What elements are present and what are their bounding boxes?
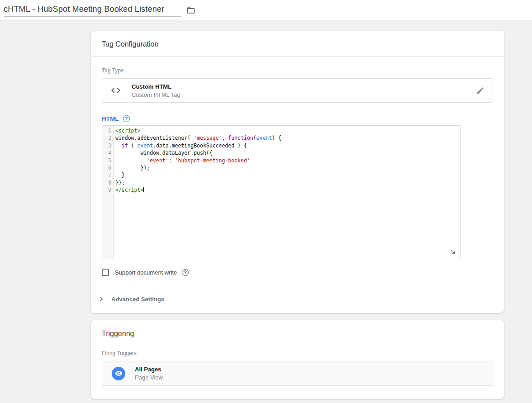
tag-name-input[interactable]: cHTML - HubSpot Meeting Booked Listener bbox=[4, 4, 181, 17]
tag-configuration-title: Tag Configuration bbox=[102, 40, 493, 48]
chevron-right-icon bbox=[97, 294, 106, 303]
triggering-card: Triggering Firing Triggers All Pages Pag… bbox=[91, 320, 504, 399]
edit-pencil-icon[interactable] bbox=[476, 86, 484, 95]
triggers-list: All Pages Page View bbox=[102, 361, 493, 386]
trigger-type: Page View bbox=[135, 374, 163, 381]
tag-type-description: Custom HTML Tag bbox=[132, 91, 180, 98]
editor-resize-icon[interactable] bbox=[449, 248, 456, 255]
editor-gutter: 123456789 bbox=[102, 126, 114, 259]
support-document-write-label: Support document.write bbox=[115, 269, 177, 276]
html-field-label-row: HTML ? bbox=[102, 115, 493, 122]
main-content: Tag Configuration Tag Type Custom HTML C… bbox=[0, 21, 532, 403]
advanced-settings-toggle[interactable]: Advanced Settings bbox=[91, 286, 504, 313]
advanced-settings-label: Advanced Settings bbox=[111, 296, 164, 303]
html-code-editor[interactable]: 123456789 <script>window.addEventListene… bbox=[102, 125, 461, 259]
trigger-row[interactable]: All Pages Page View bbox=[102, 361, 493, 386]
support-document-write-row: Support document.write ? bbox=[102, 269, 493, 276]
triggering-title: Triggering bbox=[102, 330, 493, 338]
code-icon bbox=[110, 85, 121, 96]
tag-type-text: Custom HTML Custom HTML Tag bbox=[132, 83, 180, 98]
tag-type-name: Custom HTML bbox=[132, 83, 180, 90]
firing-triggers-label: Firing Triggers bbox=[102, 350, 493, 356]
tag-type-card[interactable]: Custom HTML Custom HTML Tag bbox=[102, 78, 493, 103]
triggering-header: Triggering bbox=[91, 320, 504, 338]
folder-icon[interactable] bbox=[186, 6, 195, 15]
page-view-eye-icon bbox=[112, 367, 125, 380]
topbar: cHTML - HubSpot Meeting Booked Listener bbox=[0, 0, 532, 21]
document-write-help-icon[interactable]: ? bbox=[182, 269, 189, 276]
tag-configuration-card: Tag Configuration Tag Type Custom HTML C… bbox=[91, 31, 504, 313]
html-field-label: HTML bbox=[102, 115, 119, 122]
editor-code[interactable]: <script>window.addEventListener( 'messag… bbox=[114, 126, 281, 259]
tag-configuration-header: Tag Configuration bbox=[91, 31, 504, 57]
tag-configuration-body: Tag Type Custom HTML Custom HTML Tag bbox=[91, 57, 504, 286]
html-help-icon[interactable]: ? bbox=[123, 115, 130, 122]
trigger-name: All Pages bbox=[135, 366, 163, 373]
trigger-text: All Pages Page View bbox=[135, 366, 163, 381]
tag-type-label: Tag Type bbox=[102, 67, 493, 74]
support-document-write-checkbox[interactable] bbox=[102, 269, 109, 276]
